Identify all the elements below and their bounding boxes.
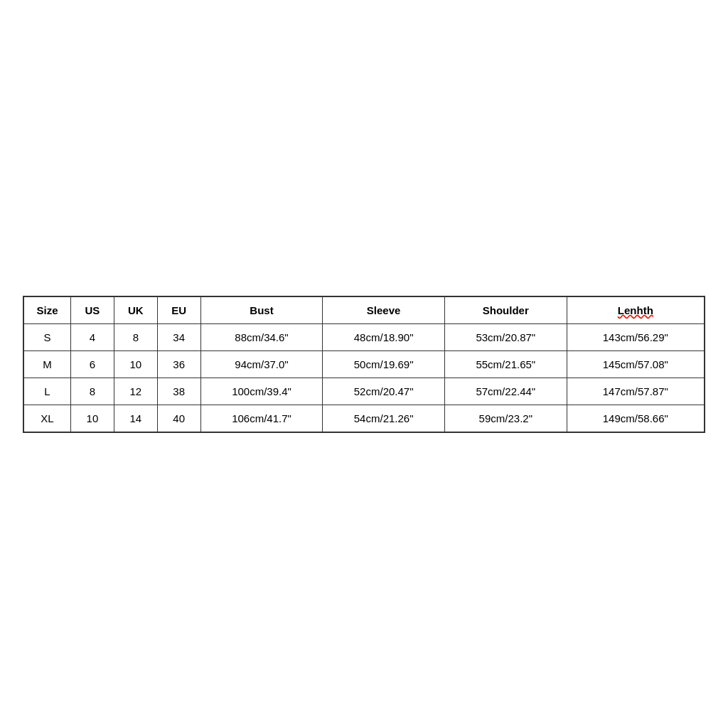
cell-length: 147cm/57.87" <box>567 378 705 405</box>
cell-eu: 38 <box>157 378 200 405</box>
cell-shoulder: 55cm/21.65" <box>444 350 567 378</box>
cell-length: 145cm/57.08" <box>567 350 705 378</box>
cell-shoulder: 57cm/22.44" <box>444 378 567 405</box>
cell-shoulder: 53cm/20.87" <box>444 323 567 350</box>
table-row: M6103694cm/37.0"50cm/19.69"55cm/21.65"14… <box>23 350 705 378</box>
cell-length: 149cm/58.66" <box>567 405 705 432</box>
cell-sleeve: 52cm/20.47" <box>323 378 445 405</box>
cell-sleeve: 48cm/18.90" <box>323 323 445 350</box>
cell-sleeve: 54cm/21.26" <box>323 405 445 432</box>
size-chart-table: Size US UK EU Bust Sleeve Shoulder Lenht… <box>23 296 705 433</box>
cell-bust: 94cm/37.0" <box>200 350 323 378</box>
cell-size: L <box>23 378 70 405</box>
cell-us: 8 <box>70 378 114 405</box>
cell-us: 4 <box>70 323 114 350</box>
cell-eu: 36 <box>157 350 200 378</box>
header-eu: EU <box>157 296 200 324</box>
table-row: S483488cm/34.6"48cm/18.90"53cm/20.87"143… <box>23 323 705 350</box>
cell-uk: 10 <box>114 350 157 378</box>
cell-size: S <box>23 323 70 350</box>
table-header-row: Size US UK EU Bust Sleeve Shoulder Lenht… <box>23 296 705 324</box>
cell-uk: 8 <box>114 323 157 350</box>
cell-shoulder: 59cm/23.2" <box>444 405 567 432</box>
header-bust: Bust <box>200 296 323 324</box>
cell-uk: 14 <box>114 405 157 432</box>
cell-sleeve: 50cm/19.69" <box>323 350 445 378</box>
cell-us: 10 <box>70 405 114 432</box>
cell-length: 143cm/56.29" <box>567 323 705 350</box>
size-chart-container: Size US UK EU Bust Sleeve Shoulder Lenht… <box>23 296 705 433</box>
cell-us: 6 <box>70 350 114 378</box>
table-row: L81238100cm/39.4"52cm/20.47"57cm/22.44"1… <box>23 378 705 405</box>
cell-eu: 40 <box>157 405 200 432</box>
header-shoulder: Shoulder <box>444 296 567 324</box>
cell-uk: 12 <box>114 378 157 405</box>
header-uk: UK <box>114 296 157 324</box>
header-size: Size <box>23 296 70 324</box>
cell-eu: 34 <box>157 323 200 350</box>
header-sleeve: Sleeve <box>323 296 445 324</box>
header-us: US <box>70 296 114 324</box>
cell-bust: 88cm/34.6" <box>200 323 323 350</box>
header-length: Lenhth <box>567 296 705 324</box>
cell-size: M <box>23 350 70 378</box>
cell-bust: 100cm/39.4" <box>200 378 323 405</box>
cell-size: XL <box>23 405 70 432</box>
cell-bust: 106cm/41.7" <box>200 405 323 432</box>
table-row: XL101440106cm/41.7"54cm/21.26"59cm/23.2"… <box>23 405 705 432</box>
